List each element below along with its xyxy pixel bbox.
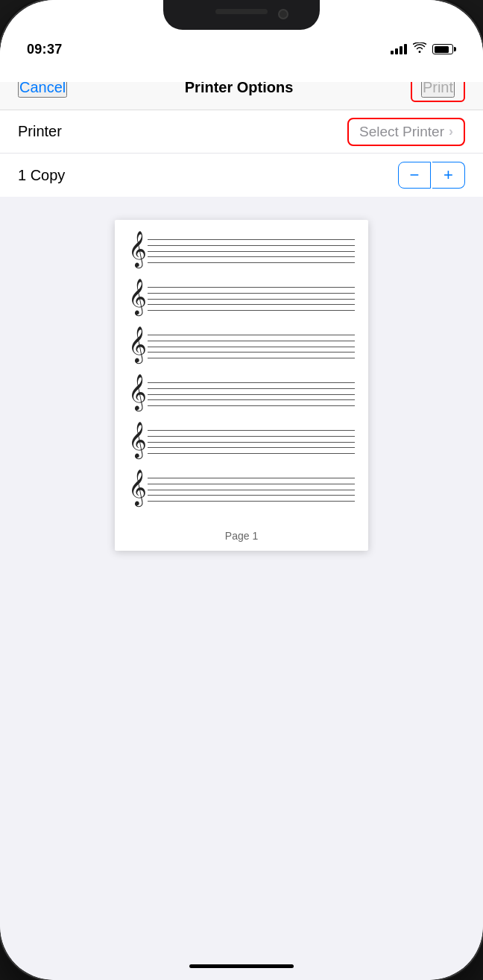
- music-staff-5: 𝄞: [128, 426, 355, 458]
- treble-clef-4: 𝄞: [128, 376, 147, 408]
- music-staff-4: 𝄞: [128, 378, 355, 411]
- wifi-icon: [413, 42, 426, 56]
- treble-clef-3: 𝄞: [128, 329, 147, 360]
- staff-line: [148, 347, 355, 347]
- music-staff-3: 𝄞: [128, 330, 355, 363]
- notch: [163, 0, 320, 30]
- staff-line: [148, 251, 355, 252]
- copy-label: 1 Copy: [18, 167, 65, 184]
- staff-line: [148, 484, 355, 484]
- status-bar: 09:37: [0, 33, 483, 66]
- staff-line: [148, 490, 355, 490]
- staff-line: [148, 399, 355, 400]
- signal-bar-3: [400, 46, 402, 54]
- printer-value-wrapper: Select Printer ›: [347, 118, 465, 146]
- treble-clef-1: 𝄞: [128, 233, 147, 265]
- staff-line: [148, 405, 355, 406]
- staff-line: [148, 358, 355, 358]
- page-preview-area: 𝄞 𝄞: [0, 197, 483, 573]
- signal-bar-4: [404, 44, 407, 54]
- speaker: [215, 9, 268, 14]
- staff-line: [148, 245, 355, 246]
- staff-line: [148, 495, 355, 496]
- staff-line: [148, 352, 355, 353]
- staff-line: [148, 388, 355, 389]
- staff-line: [148, 447, 355, 448]
- signal-bars-icon: [391, 44, 407, 54]
- copy-row: 1 Copy − +: [0, 154, 483, 197]
- staff-line: [148, 453, 355, 454]
- staff-line: [148, 293, 355, 294]
- staff-line: [148, 304, 355, 305]
- options-section: Printer Select Printer › 1 Copy − +: [0, 110, 483, 197]
- status-icons: [391, 42, 456, 56]
- main-content: Printer Select Printer › 1 Copy − +: [0, 110, 483, 980]
- music-staff-6: 𝄞: [128, 473, 355, 506]
- staff-line: [148, 436, 355, 437]
- page-preview: 𝄞 𝄞: [115, 220, 368, 551]
- staff-line: [148, 262, 355, 263]
- page-label: Page 1: [225, 530, 258, 542]
- screen: 09:37: [0, 0, 483, 980]
- staff-line: [148, 239, 355, 240]
- camera: [278, 9, 288, 19]
- home-indicator[interactable]: [189, 964, 294, 968]
- decrement-copy-button[interactable]: −: [398, 162, 431, 189]
- staff-line: [148, 341, 355, 341]
- treble-clef-6: 𝄞: [128, 472, 147, 503]
- printer-row: Printer Select Printer ›: [0, 110, 483, 154]
- staff-line: [148, 335, 355, 335]
- staff-line: [148, 287, 355, 288]
- music-staff-2: 𝄞: [128, 282, 355, 315]
- staff-line: [148, 299, 355, 300]
- treble-clef-5: 𝄞: [128, 424, 147, 455]
- signal-bar-1: [391, 51, 394, 54]
- staff-line: [148, 442, 355, 443]
- staff-line: [148, 478, 355, 478]
- staff-line: [148, 501, 355, 502]
- staff-line: [148, 394, 355, 395]
- printer-label: Printer: [18, 123, 62, 140]
- staff-line: [148, 256, 355, 257]
- status-time: 09:37: [27, 42, 63, 57]
- staff-line: [148, 430, 355, 431]
- select-printer-text: Select Printer: [359, 124, 444, 140]
- treble-clef-2: 𝄞: [128, 281, 147, 312]
- staff-line: [148, 310, 355, 311]
- chevron-right-icon: ›: [449, 124, 453, 139]
- music-staff-1: 𝄞: [128, 235, 355, 268]
- phone-frame: 09:37: [0, 0, 483, 980]
- select-printer-button[interactable]: Select Printer ›: [347, 118, 465, 146]
- signal-bar-2: [395, 48, 398, 54]
- staff-line: [148, 382, 355, 383]
- battery-icon: [432, 44, 456, 54]
- increment-copy-button[interactable]: +: [432, 162, 465, 189]
- copy-controls: − +: [398, 162, 465, 189]
